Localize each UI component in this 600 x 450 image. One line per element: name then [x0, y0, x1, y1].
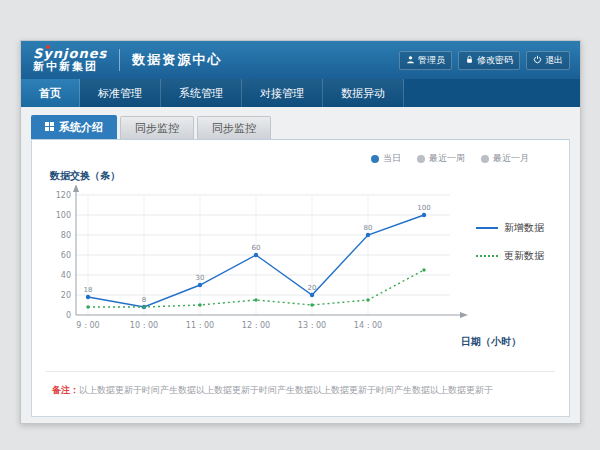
radio-icon [371, 155, 379, 163]
tab-bar: 系统介绍 同步监控 同步监控 [31, 115, 580, 139]
radio-icon [481, 155, 489, 163]
app-window: Synjones 新中新集团 数据资源中心 管理员 修改密码 [20, 40, 581, 424]
chart-legend: 新增数据 更新数据 [476, 185, 554, 263]
svg-text:13：00: 13：00 [298, 321, 326, 330]
tab-label: 系统介绍 [59, 120, 103, 135]
lock-icon [465, 55, 474, 66]
svg-text:14：00: 14：00 [354, 321, 382, 330]
line-chart: 0204060801001209：0010：0011：0012：0013：001… [46, 185, 476, 335]
header-divider [119, 49, 120, 71]
logout-button[interactable]: 退出 [526, 51, 570, 70]
remark-text: 以上数据更新于时间产生数据以上数据更新于时间产生数据以上数据更新于时间产生数据以… [79, 385, 493, 395]
user-icon [406, 55, 415, 66]
logo-dot [46, 45, 50, 49]
svg-text:18: 18 [84, 286, 93, 294]
filter-label: 最近一月 [493, 152, 529, 165]
admin-user-label: 管理员 [418, 54, 445, 67]
legend-label: 新增数据 [504, 221, 544, 235]
svg-text:80: 80 [364, 224, 373, 232]
chart-row: 0204060801001209：0010：0011：0012：0013：001… [46, 185, 555, 335]
nav-item-system-mgmt[interactable]: 系统管理 [161, 79, 242, 107]
grid-icon [45, 121, 54, 134]
logo-subtext: 新中新集团 [33, 61, 107, 73]
change-password-label: 修改密码 [477, 54, 513, 67]
svg-text:8: 8 [142, 296, 146, 304]
tab-sync-monitor-1[interactable]: 同步监控 [120, 116, 194, 139]
dotted-line-icon [476, 255, 498, 257]
remark-note: 备注：以上数据更新于时间产生数据以上数据更新于时间产生数据以上数据更新于时间产生… [46, 371, 555, 397]
svg-text:40: 40 [61, 271, 71, 280]
remark-prefix: 备注： [52, 385, 79, 395]
svg-text:12：00: 12：00 [242, 321, 270, 330]
nav-item-home[interactable]: 首页 [21, 79, 80, 107]
solid-line-icon [476, 227, 498, 229]
svg-text:30: 30 [196, 274, 205, 282]
app-header: Synjones 新中新集团 数据资源中心 管理员 修改密码 [21, 41, 580, 79]
app-title: 数据资源中心 [132, 51, 222, 69]
legend-new-data: 新增数据 [476, 221, 554, 235]
y-axis-title: 数据交换（条） [50, 169, 555, 183]
nav-item-standard-mgmt[interactable]: 标准管理 [80, 79, 161, 107]
legend-label: 更新数据 [504, 249, 544, 263]
svg-text:60: 60 [252, 244, 261, 252]
change-password-button[interactable]: 修改密码 [458, 51, 520, 70]
tab-label: 同步监控 [135, 121, 179, 136]
company-logo: Synjones 新中新集团 [33, 47, 107, 73]
svg-text:100: 100 [417, 204, 430, 212]
power-icon [533, 55, 542, 66]
logo-text: Synjones [33, 47, 107, 61]
filter-label: 当日 [383, 152, 401, 165]
radio-icon [417, 155, 425, 163]
svg-text:0: 0 [66, 311, 71, 320]
svg-text:11：00: 11：00 [186, 321, 214, 330]
tab-sync-monitor-2[interactable]: 同步监控 [197, 116, 271, 139]
svg-text:80: 80 [61, 231, 71, 240]
svg-text:10：00: 10：00 [130, 321, 158, 330]
filter-today[interactable]: 当日 [371, 152, 401, 165]
svg-text:120: 120 [56, 191, 71, 200]
main-nav: 首页 标准管理 系统管理 对接管理 数据异动 [21, 79, 580, 107]
filter-last-month[interactable]: 最近一月 [481, 152, 529, 165]
chart-panel: 当日 最近一周 最近一月 数据交换（条） 0204060801001209：00… [31, 139, 570, 417]
tab-label: 同步监控 [212, 121, 256, 136]
logout-label: 退出 [545, 54, 563, 67]
range-filters: 当日 最近一周 最近一月 [46, 152, 529, 165]
x-axis-title: 日期（小时） [46, 335, 521, 349]
nav-item-data-change[interactable]: 数据异动 [323, 79, 404, 107]
svg-text:9：00: 9：00 [76, 321, 99, 330]
filter-last-week[interactable]: 最近一周 [417, 152, 465, 165]
header-actions: 管理员 修改密码 退出 [399, 51, 570, 70]
svg-text:60: 60 [61, 251, 71, 260]
svg-text:20: 20 [308, 284, 317, 292]
tab-system-intro[interactable]: 系统介绍 [31, 115, 117, 139]
svg-text:100: 100 [56, 211, 71, 220]
legend-updated-data: 更新数据 [476, 249, 554, 263]
filter-label: 最近一周 [429, 152, 465, 165]
content-area: 系统介绍 同步监控 同步监控 当日 最近一周 [21, 107, 580, 423]
admin-user-button[interactable]: 管理员 [399, 51, 452, 70]
nav-item-interface-mgmt[interactable]: 对接管理 [242, 79, 323, 107]
svg-text:20: 20 [61, 291, 71, 300]
